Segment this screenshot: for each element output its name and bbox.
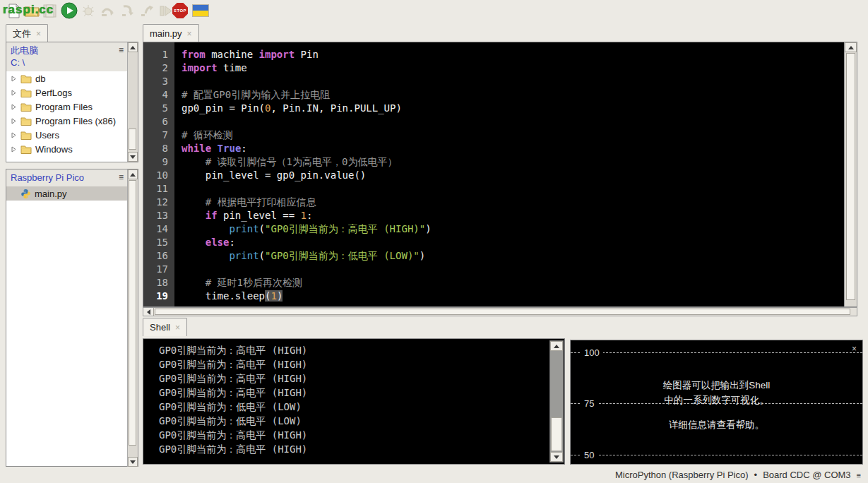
tree-item-label: main.py [35, 189, 67, 199]
tree-item-main-py[interactable]: main.py [6, 186, 138, 201]
scroll-up-button[interactable] [128, 42, 138, 52]
tree-item-windows[interactable]: Windows [6, 142, 138, 156]
editor-vertical-scrollbar[interactable] [844, 42, 857, 306]
code-line[interactable]: # 循环检测 [182, 129, 857, 142]
code-line[interactable] [182, 182, 857, 196]
shell-output-line: GP0引脚当前为：高电平 (HIGH) [159, 371, 564, 386]
line-number: 17 [143, 263, 168, 276]
shell-output-line: GP0引脚当前为：高电平 (HIGH) [159, 357, 564, 371]
expander-icon[interactable] [11, 104, 17, 110]
ukraine-support-button[interactable] [192, 2, 209, 19]
step-into-button[interactable] [119, 2, 136, 19]
scroll-thumb[interactable] [155, 309, 850, 315]
shell-panel[interactable]: GP0引脚当前为：高电平 (HIGH)GP0引脚当前为：高电平 (HIGH)GP… [143, 338, 565, 465]
tab-main-py[interactable]: main.py × [143, 24, 199, 42]
tree-item-label: Users [35, 130, 59, 141]
scroll-down-button[interactable] [128, 152, 138, 162]
folder-icon [20, 102, 32, 112]
scroll-thumb[interactable] [846, 53, 855, 300]
shell-output-line: GP0引脚当前为：高电平 (HIGH) [159, 428, 564, 442]
line-number: 6 [143, 115, 168, 129]
tree-item-program-files[interactable]: Program Files [6, 100, 138, 114]
device-menu-icon[interactable]: ≡ [119, 172, 124, 182]
tree-item-perflogs[interactable]: PerfLogs [6, 85, 138, 100]
expander-icon[interactable] [11, 132, 17, 138]
tree-item-users[interactable]: Users [6, 128, 138, 142]
expander-icon[interactable] [11, 146, 17, 153]
scroll-down-button[interactable] [550, 452, 563, 462]
port-label[interactable]: Board CDC @ COM3 [763, 470, 850, 480]
scroll-left-button[interactable] [143, 308, 154, 316]
shell-output-line: GP0引脚当前为：低电平 (LOW) [159, 414, 564, 428]
code-line[interactable]: # 配置GP0引脚为输入并上拉电阻 [182, 88, 857, 102]
backend-menu-icon[interactable]: ≡ [857, 471, 861, 479]
code-line[interactable]: else: [182, 236, 857, 249]
interpreter-label[interactable]: MicroPython (Raspberry Pi Pico) [615, 470, 749, 480]
code-editor[interactable]: 12345678910111213141516171819 from machi… [143, 42, 857, 307]
status-bar: MicroPython (Raspberry Pi Pico) • Board … [0, 467, 868, 483]
step-over-button[interactable] [100, 2, 117, 19]
expander-icon[interactable] [11, 118, 17, 124]
step-out-button[interactable] [138, 2, 155, 19]
line-number: 2 [143, 61, 168, 75]
code-line[interactable]: # 读取引脚信号（1为高电平，0为低电平） [182, 155, 857, 169]
plotter-message-line: 中的一系列数字可视化。 [571, 393, 862, 407]
scroll-thumb[interactable] [551, 417, 562, 451]
code-line[interactable]: if pin_level == 1: [182, 209, 857, 222]
editor-horizontal-scrollbar[interactable] [143, 307, 857, 316]
line-number: 13 [143, 209, 168, 222]
scroll-up-button[interactable] [550, 341, 563, 351]
computer-menu-icon[interactable]: ≡ [119, 45, 124, 55]
plotter-message-line: 详细信息请查看帮助。 [571, 417, 862, 432]
device-files-section: Raspberry Pi Pico ≡ main.py [6, 169, 138, 467]
line-number: 15 [143, 236, 168, 249]
code-area[interactable]: from machine import Pinimport time # 配置G… [174, 42, 857, 306]
code-line[interactable] [182, 263, 857, 276]
code-line[interactable]: from machine import Pin [182, 48, 857, 61]
ukraine-flag-icon [192, 4, 209, 17]
tab-files-label: 文件 [13, 28, 31, 40]
folder-icon [20, 88, 32, 97]
code-line[interactable]: print("GP0引脚当前为：高电平 (HIGH)") [182, 222, 857, 236]
computer-scrollbar[interactable] [127, 42, 138, 162]
debug-button[interactable] [80, 2, 97, 19]
tab-shell-close-icon[interactable]: × [175, 323, 180, 332]
run-button[interactable] [61, 2, 78, 19]
computer-path[interactable]: C: \ [11, 56, 133, 68]
tree-item-db[interactable]: db [6, 71, 138, 85]
code-line[interactable]: while True: [182, 142, 857, 155]
panel-divider[interactable] [6, 162, 138, 169]
line-number: 10 [143, 169, 168, 182]
tree-item-label: db [35, 73, 45, 84]
tab-files-close-icon[interactable]: × [36, 30, 41, 38]
code-line[interactable]: # 延时1秒后再次检测 [182, 276, 857, 290]
code-line[interactable]: # 根据电平打印相应信息 [182, 196, 857, 209]
status-separator: • [754, 470, 758, 480]
tree-item-program-files-x86-[interactable]: Program Files (x86) [6, 114, 138, 128]
code-line[interactable]: print("GP0引脚当前为：低电平 (LOW)") [182, 249, 857, 263]
tree-item-label: Windows [35, 144, 73, 155]
code-line[interactable] [182, 75, 857, 88]
expander-icon[interactable] [11, 90, 17, 96]
shell-scrollbar[interactable] [549, 340, 564, 463]
tab-files[interactable]: 文件 × [6, 24, 48, 42]
device-scrollbar[interactable] [127, 169, 138, 467]
scroll-down-button[interactable] [128, 457, 138, 467]
code-line[interactable]: time.sleep(1) [182, 290, 857, 303]
code-line[interactable]: pin_level = gp0_pin.value() [182, 169, 857, 182]
code-line[interactable]: gp0_pin = Pin(0, Pin.IN, Pin.PULL_UP) [182, 102, 857, 115]
stop-button[interactable]: STOP [172, 2, 189, 19]
scroll-thumb[interactable] [129, 129, 136, 150]
expander-icon[interactable] [11, 76, 17, 82]
folder-icon [20, 74, 32, 83]
tab-main-py-close-icon[interactable]: × [187, 30, 192, 38]
code-line[interactable]: import time [182, 61, 857, 75]
line-number: 4 [143, 88, 168, 102]
scroll-up-button[interactable] [128, 169, 138, 179]
tab-shell[interactable]: Shell × [143, 318, 187, 336]
scroll-up-button[interactable] [845, 42, 857, 52]
scroll-thumb[interactable] [129, 180, 136, 446]
plotter-close-icon[interactable]: × [852, 344, 857, 354]
code-line[interactable] [182, 115, 857, 129]
folder-icon [20, 117, 32, 126]
